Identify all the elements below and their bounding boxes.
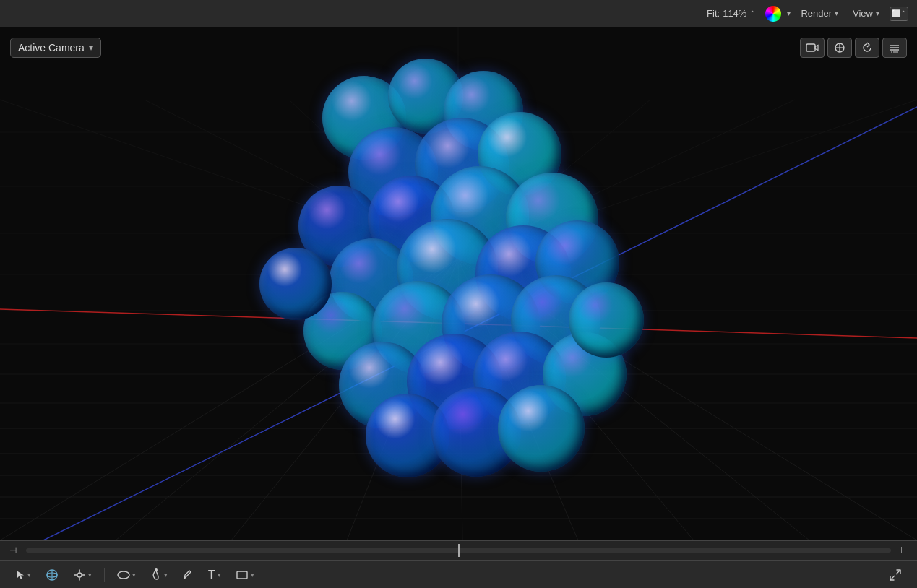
pan-tool-btn[interactable]: ▾ [68, 566, 97, 584]
timeline-playhead [458, 544, 460, 557]
camera-view-btn[interactable] [800, 38, 825, 58]
display-options-btn[interactable] [882, 38, 907, 58]
svg-rect-47 [237, 571, 247, 579]
camera-label[interactable]: Active Camera ▾ [10, 38, 101, 58]
fit-label: Fit: [707, 8, 720, 19]
rect-tool-btn[interactable]: ▾ [231, 567, 259, 583]
bubble-cluster [252, 74, 628, 493]
svg-point-43 [77, 573, 82, 577]
window-mode-btn[interactable]: ⬜ ⌃ [890, 7, 908, 21]
bottom-toolbar: ▾ ▾ ▾ ▾ [0, 561, 917, 588]
bubble [569, 282, 644, 358]
reset-btn[interactable] [855, 38, 879, 58]
fit-chevron: ⌃ [749, 9, 755, 17]
camera-name: Active Camera [18, 42, 85, 53]
timeline-end-btn[interactable]: ⊢ [897, 543, 911, 558]
paint-tool-btn[interactable]: ▾ [145, 566, 173, 584]
fit-value: 114% [723, 8, 746, 19]
svg-point-44 [118, 571, 129, 579]
camera-chevron: ▾ [89, 43, 93, 53]
divider-1 [104, 568, 105, 582]
bubble [498, 385, 585, 472]
top-toolbar: Fit: 114% ⌃ ▾ Render ▾ View ▾ ⬜ ⌃ [0, 0, 917, 27]
timeline-track[interactable] [26, 548, 891, 553]
render-menu[interactable]: Render ▾ [796, 6, 843, 21]
svg-point-45 [155, 568, 158, 571]
color-picker[interactable] [765, 6, 781, 22]
timeline-start-btn[interactable]: ⊣ [6, 543, 20, 558]
pen-tool-btn[interactable] [177, 566, 199, 584]
svg-rect-33 [806, 44, 815, 51]
timeline-bar: ⊣ ⊢ [0, 540, 917, 561]
color-chevron: ▾ [787, 9, 791, 17]
bubble [259, 248, 332, 320]
orbit-tool-btn[interactable] [40, 566, 64, 584]
expand-btn[interactable] [884, 566, 907, 584]
view-menu[interactable]: View ▾ [848, 6, 884, 21]
transform-btn[interactable] [827, 38, 852, 58]
shape-tool-btn[interactable]: ▾ [112, 567, 141, 583]
fit-control[interactable]: Fit: 114% ⌃ [702, 6, 759, 21]
viewport-controls [800, 38, 907, 58]
select-tool-btn[interactable]: ▾ [10, 566, 36, 584]
text-tool-btn[interactable]: T ▾ [203, 566, 226, 584]
viewport[interactable]: Active Camera ▾ [0, 27, 917, 540]
